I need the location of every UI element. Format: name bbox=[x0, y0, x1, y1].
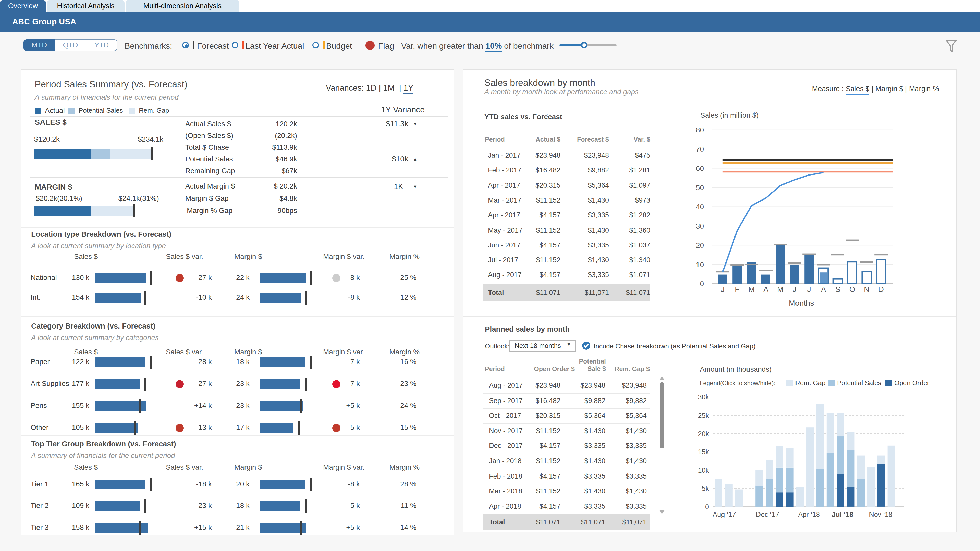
svg-text:70: 70 bbox=[696, 145, 704, 153]
svg-text:30: 30 bbox=[696, 222, 704, 230]
svg-text:A: A bbox=[763, 285, 768, 293]
svg-text:40: 40 bbox=[696, 203, 704, 211]
svg-text:Nov ‘18: Nov ‘18 bbox=[869, 511, 892, 518]
svg-text:10: 10 bbox=[696, 261, 704, 268]
svg-text:J: J bbox=[721, 285, 724, 293]
svg-text:Apr ‘18: Apr ‘18 bbox=[798, 511, 820, 518]
svg-text:S: S bbox=[835, 285, 840, 293]
svg-text:Aug ’17: Aug ’17 bbox=[713, 511, 736, 518]
svg-text:Months: Months bbox=[789, 299, 814, 307]
svg-text:80: 80 bbox=[696, 126, 704, 134]
svg-text:0: 0 bbox=[705, 503, 709, 511]
svg-text:M: M bbox=[777, 285, 783, 293]
svg-text:F: F bbox=[735, 285, 739, 293]
svg-text:Dec ‘17: Dec ‘17 bbox=[756, 511, 779, 518]
svg-text:10k: 10k bbox=[698, 467, 709, 474]
svg-text:D: D bbox=[878, 285, 884, 293]
svg-text:20: 20 bbox=[696, 241, 704, 249]
svg-text:30k: 30k bbox=[698, 393, 709, 401]
svg-text:J: J bbox=[793, 285, 797, 293]
svg-text:0: 0 bbox=[700, 280, 704, 288]
svg-text:15k: 15k bbox=[698, 448, 709, 456]
svg-text:J: J bbox=[807, 285, 811, 293]
svg-text:5k: 5k bbox=[702, 485, 709, 492]
svg-text:20k: 20k bbox=[698, 430, 709, 438]
svg-text:A: A bbox=[821, 285, 826, 293]
svg-text:O: O bbox=[850, 285, 855, 293]
svg-text:50: 50 bbox=[696, 184, 704, 192]
svg-text:60: 60 bbox=[696, 165, 704, 172]
svg-text:M: M bbox=[748, 285, 755, 293]
svg-text:25k: 25k bbox=[698, 412, 709, 419]
svg-text:Jul ‘18: Jul ‘18 bbox=[832, 511, 853, 518]
svg-text:N: N bbox=[864, 285, 870, 293]
